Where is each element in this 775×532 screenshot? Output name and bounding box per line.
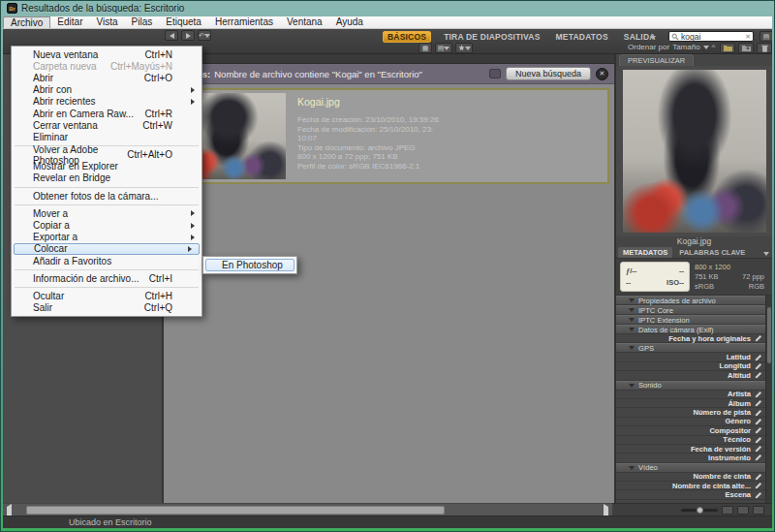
forward-button[interactable] bbox=[181, 30, 195, 41]
menu-item-eliminar[interactable]: Eliminar bbox=[12, 131, 202, 142]
menubar-item-ayuda[interactable]: Ayuda bbox=[329, 16, 370, 28]
edit-pencil-icon[interactable] bbox=[755, 418, 762, 425]
edit-pencil-icon[interactable] bbox=[755, 454, 762, 461]
detail-view-button[interactable]: ▤ bbox=[435, 43, 452, 53]
sort-ascending-icon[interactable]: ^ bbox=[712, 43, 716, 51]
edit-pencil-icon[interactable] bbox=[755, 491, 762, 499]
edit-pencil-icon[interactable] bbox=[755, 362, 762, 370]
menu-item-obtener-fotos-de-la-camara[interactable]: Obtener fotos de la cámara... bbox=[12, 190, 202, 202]
search-box[interactable]: ✕ bbox=[668, 31, 754, 42]
new-folder-button[interactable] bbox=[738, 43, 754, 53]
metadata-tab-metadatos[interactable]: METADATOS bbox=[618, 247, 672, 258]
title-bar[interactable]: Br Resultados de la búsqueda: Escritorio bbox=[0, 0, 775, 16]
slider-knob[interactable] bbox=[697, 507, 703, 514]
menu-item-abrir-recientes[interactable]: Abrir recientes bbox=[12, 96, 202, 108]
edit-pencil-icon[interactable] bbox=[755, 399, 762, 407]
section-triangle-icon bbox=[629, 466, 635, 470]
workspace-tab-tira-de-diapositivas[interactable]: TIRA DE DIAPOSITIVAS bbox=[441, 31, 542, 43]
tab-previsualizar[interactable]: PREVISUALIZAR bbox=[619, 54, 694, 66]
menubar-item-editar[interactable]: Editar bbox=[50, 16, 89, 28]
view-details-button[interactable] bbox=[737, 506, 749, 515]
menu-item-mover-a[interactable]: Mover a bbox=[12, 207, 202, 219]
open-recent-folder-button[interactable] bbox=[720, 43, 735, 53]
menu-item-abrir-con[interactable]: Abrir con bbox=[12, 84, 202, 96]
field-label: Número de pista bbox=[694, 408, 752, 417]
save-search-icon[interactable] bbox=[489, 69, 501, 78]
menu-item-nueva-ventana[interactable]: Nueva ventanaCtrl+N bbox=[12, 48, 202, 60]
view-list-button[interactable] bbox=[753, 506, 764, 515]
edit-pencil-icon[interactable] bbox=[755, 426, 762, 434]
search-input[interactable] bbox=[681, 32, 737, 42]
edit-pencil-icon[interactable] bbox=[755, 334, 762, 342]
metadata-section-gps[interactable]: GPS bbox=[616, 343, 765, 353]
menu-item-label: Mover a bbox=[33, 208, 68, 219]
filter-rating-button[interactable] bbox=[455, 43, 473, 53]
boomerang-recent-button[interactable]: ↶ bbox=[198, 30, 211, 41]
submenu-item-en-photoshop[interactable]: En Photoshop bbox=[205, 259, 294, 271]
workspace-tab-basicos[interactable]: BÁSICOS bbox=[383, 31, 431, 43]
menu-item-abrir[interactable]: AbrirCtrl+O bbox=[12, 72, 202, 83]
app-frame: ArchivoEditarVistaPilasEtiquetaHerramien… bbox=[3, 16, 772, 528]
menubar-item-archivo[interactable]: Archivo bbox=[3, 16, 50, 28]
menu-item-salir[interactable]: SalirCtrl+Q bbox=[12, 302, 202, 314]
menubar-item-herramientas[interactable]: Herramientas bbox=[208, 16, 280, 28]
menu-item-exportar-a[interactable]: Exportar a bbox=[12, 232, 202, 243]
menu-item-carpeta-nueva[interactable]: Carpeta nuevaCtrl+Mayús+N bbox=[12, 60, 202, 72]
edit-pencil-icon[interactable] bbox=[755, 445, 762, 453]
edit-pencil-icon[interactable] bbox=[755, 482, 762, 489]
bridge-app-icon: Br bbox=[7, 3, 17, 14]
menubar-item-etiqueta[interactable]: Etiqueta bbox=[159, 16, 208, 28]
menu-item-revelar-en-bridge[interactable]: Revelar en Bridge bbox=[12, 172, 202, 184]
menu-item-anadir-a-favoritos[interactable]: Añadir a Favoritos bbox=[12, 255, 202, 266]
metadata-section-datos-de-camara-exif[interactable]: Datos de cámara (Exif) bbox=[616, 325, 765, 334]
delete-item-button[interactable] bbox=[757, 43, 772, 53]
metadata-tab-palabras-clave[interactable]: PALABRAS CLAVE bbox=[674, 247, 750, 258]
menu-item-abrir-en-camera-raw[interactable]: Abrir en Camera Raw...Ctrl+R bbox=[12, 108, 202, 119]
menu-item-label: Abrir en Camera Raw... bbox=[33, 109, 134, 119]
menu-item-copiar-a[interactable]: Copiar a bbox=[12, 219, 202, 231]
metadata-section-sonido[interactable]: Sonido bbox=[616, 381, 765, 391]
section-label: Vídeo bbox=[638, 463, 658, 472]
edit-pencil-icon[interactable] bbox=[755, 391, 762, 398]
menu-item-label: Copiar a bbox=[33, 220, 70, 231]
menubar-item-ventana[interactable]: Ventana bbox=[280, 16, 329, 28]
collapse-panel-button[interactable]: ▤ bbox=[760, 31, 772, 42]
horizontal-scrollbar[interactable] bbox=[3, 503, 612, 516]
edit-pencil-icon[interactable] bbox=[755, 354, 762, 361]
metadata-section-iptc-extension[interactable]: IPTC Extension bbox=[616, 315, 765, 325]
selected-result-row[interactable]: Kogai.jpg Fecha de creación: 23/10/2010,… bbox=[167, 88, 609, 184]
metadata-section-propiedades-de-archivo[interactable]: Propiedades de archivo bbox=[616, 296, 765, 305]
cancel-search-button[interactable]: ✕ bbox=[596, 68, 608, 80]
menu-item-informacion-de-archivo[interactable]: Información de archivo...Ctrl+I bbox=[12, 272, 202, 284]
view-grid-button[interactable] bbox=[722, 506, 733, 515]
metadata-scroll-thumb[interactable] bbox=[767, 307, 771, 363]
panel-menu-icon[interactable] bbox=[763, 252, 769, 256]
metadata-scrollbar[interactable] bbox=[765, 296, 772, 503]
result-text-block: Kogai.jpg Fecha de creación: 23/10/2010,… bbox=[297, 93, 439, 179]
menu-item-volver-a-adobe-photoshop[interactable]: Volver a Adobe PhotoshopCtrl+Alt+O bbox=[12, 149, 202, 161]
horizontal-scroll-thumb[interactable] bbox=[26, 506, 445, 515]
sort-control[interactable]: Ordenar por Tamaño ^ bbox=[628, 43, 715, 51]
metadata-section-video[interactable]: Vídeo bbox=[616, 463, 765, 473]
workspace-more-icon[interactable] bbox=[650, 36, 656, 40]
workspace-tab-metadatos[interactable]: METADATOS bbox=[553, 31, 611, 43]
edit-pencil-icon[interactable] bbox=[755, 409, 762, 417]
menu-item-colocar[interactable]: Colocar bbox=[14, 243, 200, 255]
edit-pencil-icon[interactable] bbox=[755, 473, 762, 481]
back-button[interactable] bbox=[165, 30, 178, 41]
menu-item-cerrar-ventana[interactable]: Cerrar ventanaCtrl+W bbox=[12, 119, 202, 131]
menubar-item-pilas[interactable]: Pilas bbox=[125, 16, 160, 28]
menubar-item-vista[interactable]: Vista bbox=[89, 16, 124, 28]
metadata-section-iptc-core[interactable]: IPTC Core bbox=[616, 305, 765, 315]
field-label: Longitud bbox=[720, 361, 751, 370]
menu-item-mostrar-en-explorer[interactable]: Mostrar en Explorer bbox=[12, 161, 202, 172]
metadata-rows: Propiedades de archivoIPTC CoreIPTC Exte… bbox=[616, 296, 772, 503]
edit-pencil-icon[interactable] bbox=[755, 371, 762, 379]
new-search-button[interactable]: Nueva búsqueda bbox=[506, 67, 591, 80]
sort-dropdown-icon[interactable] bbox=[703, 46, 709, 49]
menu-item-ocultar[interactable]: OcultarCtrl+H bbox=[12, 290, 202, 301]
clear-search-icon[interactable]: ✕ bbox=[745, 33, 751, 41]
thumbnail-size-slider[interactable] bbox=[681, 509, 718, 512]
thumbnail-view-button[interactable]: ▦ bbox=[418, 43, 432, 53]
edit-pencil-icon[interactable] bbox=[755, 436, 762, 444]
